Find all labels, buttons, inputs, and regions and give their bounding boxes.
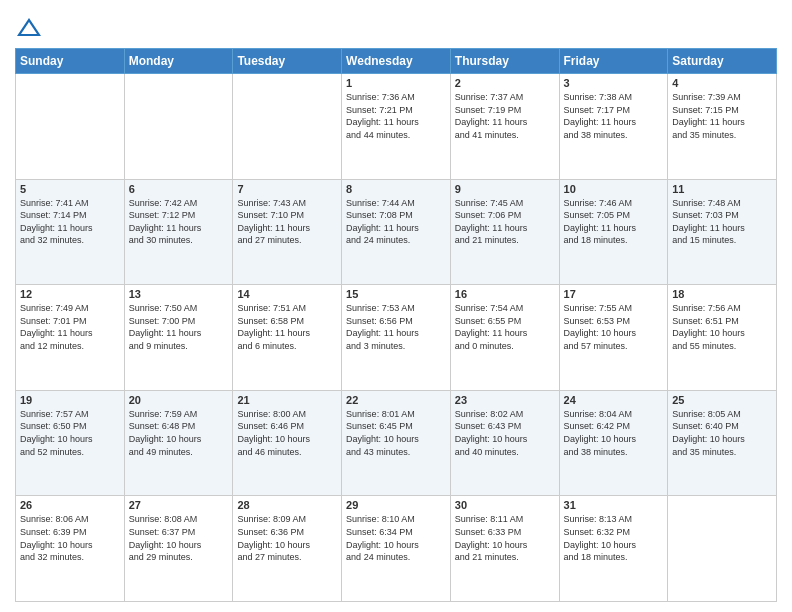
day-number: 6: [129, 183, 229, 195]
day-info: Sunrise: 7:46 AM Sunset: 7:05 PM Dayligh…: [564, 197, 664, 247]
day-number: 13: [129, 288, 229, 300]
calendar-day-24: 24Sunrise: 8:04 AM Sunset: 6:42 PM Dayli…: [559, 390, 668, 496]
calendar-table: SundayMondayTuesdayWednesdayThursdayFrid…: [15, 48, 777, 602]
calendar-day-12: 12Sunrise: 7:49 AM Sunset: 7:01 PM Dayli…: [16, 285, 125, 391]
day-number: 8: [346, 183, 446, 195]
day-info: Sunrise: 8:10 AM Sunset: 6:34 PM Dayligh…: [346, 513, 446, 563]
day-number: 19: [20, 394, 120, 406]
calendar-day-14: 14Sunrise: 7:51 AM Sunset: 6:58 PM Dayli…: [233, 285, 342, 391]
day-number: 20: [129, 394, 229, 406]
day-info: Sunrise: 8:13 AM Sunset: 6:32 PM Dayligh…: [564, 513, 664, 563]
empty-day-cell: [16, 74, 125, 180]
day-info: Sunrise: 8:06 AM Sunset: 6:39 PM Dayligh…: [20, 513, 120, 563]
day-number: 30: [455, 499, 555, 511]
day-info: Sunrise: 7:38 AM Sunset: 7:17 PM Dayligh…: [564, 91, 664, 141]
day-number: 7: [237, 183, 337, 195]
day-info: Sunrise: 8:08 AM Sunset: 6:37 PM Dayligh…: [129, 513, 229, 563]
calendar-day-5: 5Sunrise: 7:41 AM Sunset: 7:14 PM Daylig…: [16, 179, 125, 285]
day-info: Sunrise: 7:41 AM Sunset: 7:14 PM Dayligh…: [20, 197, 120, 247]
header: [15, 10, 777, 42]
calendar-day-28: 28Sunrise: 8:09 AM Sunset: 6:36 PM Dayli…: [233, 496, 342, 602]
day-number: 5: [20, 183, 120, 195]
day-info: Sunrise: 7:48 AM Sunset: 7:03 PM Dayligh…: [672, 197, 772, 247]
calendar-day-29: 29Sunrise: 8:10 AM Sunset: 6:34 PM Dayli…: [342, 496, 451, 602]
day-number: 21: [237, 394, 337, 406]
empty-day-cell: [668, 496, 777, 602]
day-info: Sunrise: 7:56 AM Sunset: 6:51 PM Dayligh…: [672, 302, 772, 352]
weekday-header-saturday: Saturday: [668, 49, 777, 74]
calendar-day-16: 16Sunrise: 7:54 AM Sunset: 6:55 PM Dayli…: [450, 285, 559, 391]
weekday-header-wednesday: Wednesday: [342, 49, 451, 74]
calendar-day-23: 23Sunrise: 8:02 AM Sunset: 6:43 PM Dayli…: [450, 390, 559, 496]
calendar-day-10: 10Sunrise: 7:46 AM Sunset: 7:05 PM Dayli…: [559, 179, 668, 285]
calendar-day-15: 15Sunrise: 7:53 AM Sunset: 6:56 PM Dayli…: [342, 285, 451, 391]
weekday-header-monday: Monday: [124, 49, 233, 74]
day-number: 16: [455, 288, 555, 300]
day-number: 11: [672, 183, 772, 195]
empty-day-cell: [124, 74, 233, 180]
day-info: Sunrise: 8:09 AM Sunset: 6:36 PM Dayligh…: [237, 513, 337, 563]
calendar-day-13: 13Sunrise: 7:50 AM Sunset: 7:00 PM Dayli…: [124, 285, 233, 391]
calendar-day-26: 26Sunrise: 8:06 AM Sunset: 6:39 PM Dayli…: [16, 496, 125, 602]
day-number: 29: [346, 499, 446, 511]
calendar-week-row: 1Sunrise: 7:36 AM Sunset: 7:21 PM Daylig…: [16, 74, 777, 180]
logo: [15, 14, 47, 42]
day-info: Sunrise: 7:42 AM Sunset: 7:12 PM Dayligh…: [129, 197, 229, 247]
calendar-day-4: 4Sunrise: 7:39 AM Sunset: 7:15 PM Daylig…: [668, 74, 777, 180]
day-number: 4: [672, 77, 772, 89]
day-number: 31: [564, 499, 664, 511]
calendar-day-17: 17Sunrise: 7:55 AM Sunset: 6:53 PM Dayli…: [559, 285, 668, 391]
calendar-day-3: 3Sunrise: 7:38 AM Sunset: 7:17 PM Daylig…: [559, 74, 668, 180]
calendar-week-row: 26Sunrise: 8:06 AM Sunset: 6:39 PM Dayli…: [16, 496, 777, 602]
calendar-day-30: 30Sunrise: 8:11 AM Sunset: 6:33 PM Dayli…: [450, 496, 559, 602]
day-number: 24: [564, 394, 664, 406]
day-info: Sunrise: 7:54 AM Sunset: 6:55 PM Dayligh…: [455, 302, 555, 352]
page: SundayMondayTuesdayWednesdayThursdayFrid…: [0, 0, 792, 612]
logo-icon: [15, 14, 43, 42]
calendar-day-31: 31Sunrise: 8:13 AM Sunset: 6:32 PM Dayli…: [559, 496, 668, 602]
day-info: Sunrise: 7:53 AM Sunset: 6:56 PM Dayligh…: [346, 302, 446, 352]
calendar-day-2: 2Sunrise: 7:37 AM Sunset: 7:19 PM Daylig…: [450, 74, 559, 180]
day-number: 3: [564, 77, 664, 89]
calendar-week-row: 12Sunrise: 7:49 AM Sunset: 7:01 PM Dayli…: [16, 285, 777, 391]
calendar-day-19: 19Sunrise: 7:57 AM Sunset: 6:50 PM Dayli…: [16, 390, 125, 496]
day-info: Sunrise: 8:05 AM Sunset: 6:40 PM Dayligh…: [672, 408, 772, 458]
day-info: Sunrise: 7:37 AM Sunset: 7:19 PM Dayligh…: [455, 91, 555, 141]
calendar-week-row: 19Sunrise: 7:57 AM Sunset: 6:50 PM Dayli…: [16, 390, 777, 496]
day-info: Sunrise: 7:49 AM Sunset: 7:01 PM Dayligh…: [20, 302, 120, 352]
calendar-day-21: 21Sunrise: 8:00 AM Sunset: 6:46 PM Dayli…: [233, 390, 342, 496]
day-info: Sunrise: 8:00 AM Sunset: 6:46 PM Dayligh…: [237, 408, 337, 458]
calendar-day-6: 6Sunrise: 7:42 AM Sunset: 7:12 PM Daylig…: [124, 179, 233, 285]
day-info: Sunrise: 8:04 AM Sunset: 6:42 PM Dayligh…: [564, 408, 664, 458]
calendar-day-11: 11Sunrise: 7:48 AM Sunset: 7:03 PM Dayli…: [668, 179, 777, 285]
day-info: Sunrise: 7:57 AM Sunset: 6:50 PM Dayligh…: [20, 408, 120, 458]
calendar-day-27: 27Sunrise: 8:08 AM Sunset: 6:37 PM Dayli…: [124, 496, 233, 602]
day-info: Sunrise: 7:59 AM Sunset: 6:48 PM Dayligh…: [129, 408, 229, 458]
weekday-header-friday: Friday: [559, 49, 668, 74]
day-info: Sunrise: 8:11 AM Sunset: 6:33 PM Dayligh…: [455, 513, 555, 563]
day-number: 27: [129, 499, 229, 511]
day-info: Sunrise: 8:01 AM Sunset: 6:45 PM Dayligh…: [346, 408, 446, 458]
day-info: Sunrise: 7:43 AM Sunset: 7:10 PM Dayligh…: [237, 197, 337, 247]
day-number: 22: [346, 394, 446, 406]
day-number: 12: [20, 288, 120, 300]
weekday-header-tuesday: Tuesday: [233, 49, 342, 74]
day-number: 25: [672, 394, 772, 406]
day-number: 14: [237, 288, 337, 300]
calendar-day-1: 1Sunrise: 7:36 AM Sunset: 7:21 PM Daylig…: [342, 74, 451, 180]
calendar-day-7: 7Sunrise: 7:43 AM Sunset: 7:10 PM Daylig…: [233, 179, 342, 285]
day-info: Sunrise: 7:36 AM Sunset: 7:21 PM Dayligh…: [346, 91, 446, 141]
day-number: 10: [564, 183, 664, 195]
day-info: Sunrise: 8:02 AM Sunset: 6:43 PM Dayligh…: [455, 408, 555, 458]
weekday-header-thursday: Thursday: [450, 49, 559, 74]
day-info: Sunrise: 7:51 AM Sunset: 6:58 PM Dayligh…: [237, 302, 337, 352]
weekday-header-row: SundayMondayTuesdayWednesdayThursdayFrid…: [16, 49, 777, 74]
calendar-day-18: 18Sunrise: 7:56 AM Sunset: 6:51 PM Dayli…: [668, 285, 777, 391]
empty-day-cell: [233, 74, 342, 180]
day-info: Sunrise: 7:50 AM Sunset: 7:00 PM Dayligh…: [129, 302, 229, 352]
day-number: 18: [672, 288, 772, 300]
day-number: 28: [237, 499, 337, 511]
calendar-day-9: 9Sunrise: 7:45 AM Sunset: 7:06 PM Daylig…: [450, 179, 559, 285]
day-number: 9: [455, 183, 555, 195]
calendar-day-22: 22Sunrise: 8:01 AM Sunset: 6:45 PM Dayli…: [342, 390, 451, 496]
